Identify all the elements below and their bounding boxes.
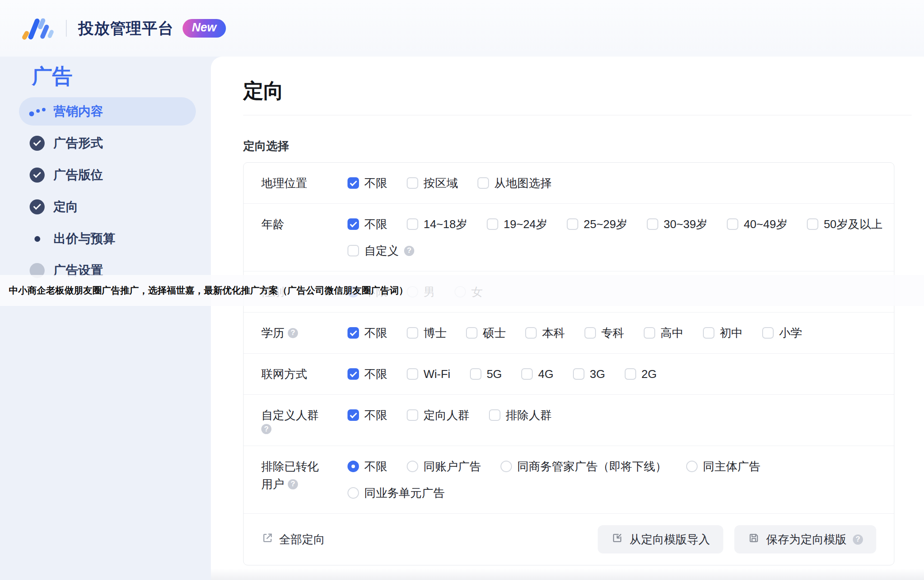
radio-option[interactable]: 同商务管家广告（即将下线） <box>500 458 667 475</box>
checkbox-option[interactable]: 5G <box>470 365 502 383</box>
save-button-label: 保存为定向模版 <box>766 532 847 547</box>
radio-option[interactable]: 同业务单元广告 <box>347 484 445 502</box>
sidebar-item-ad-placement[interactable]: 广告版位 <box>19 161 196 189</box>
checkbox-option[interactable]: 4G <box>521 365 554 383</box>
checkbox[interactable] <box>647 218 658 230</box>
checkbox[interactable] <box>762 327 774 339</box>
help-icon[interactable]: ? <box>288 479 298 489</box>
save-template-button[interactable]: 保存为定向模版 ? <box>734 525 876 553</box>
checkbox-option[interactable]: 小学 <box>762 324 802 342</box>
option-label: 从地图选择 <box>494 176 552 191</box>
option-label: 30~39岁 <box>664 217 707 232</box>
checkbox[interactable] <box>470 368 481 380</box>
checkbox-option[interactable]: 14~18岁 <box>407 215 467 233</box>
checkbox-option[interactable]: 博士 <box>407 324 447 342</box>
help-icon[interactable]: ? <box>288 328 298 338</box>
checkbox[interactable] <box>407 327 418 339</box>
radio[interactable] <box>347 487 359 499</box>
help-icon[interactable]: ? <box>404 246 414 256</box>
checkbox-option[interactable]: 不限 <box>347 174 387 192</box>
checkbox-option[interactable]: 2G <box>625 365 657 383</box>
checkbox-option[interactable]: 40~49岁 <box>727 215 787 233</box>
row-age: 年龄不限14~18岁19~24岁25~29岁30~39岁40~49岁50岁及以上… <box>244 204 894 271</box>
checkbox-option[interactable]: 从地图选择 <box>477 174 552 192</box>
sidebar-item-bid-budget[interactable]: 出价与预算 <box>19 225 196 253</box>
checkbox-option[interactable]: 3G <box>573 365 605 383</box>
option-label: 专科 <box>601 325 624 341</box>
checkbox-option[interactable]: 不限 <box>347 406 387 424</box>
radio-option[interactable]: 不限 <box>347 458 387 475</box>
checkbox[interactable] <box>407 177 418 189</box>
app-header: 投放管理平台 New <box>0 0 924 57</box>
checkbox[interactable] <box>407 368 418 380</box>
checkbox-option[interactable]: 19~24岁 <box>487 215 547 233</box>
checkbox-option[interactable]: 自定义? <box>347 242 414 259</box>
checkbox-checked[interactable] <box>347 327 359 339</box>
help-icon[interactable]: ? <box>261 424 271 434</box>
checkbox[interactable] <box>477 177 489 189</box>
checkbox[interactable] <box>807 218 818 230</box>
row-label: 学历? <box>261 324 347 342</box>
all-targeting-link[interactable]: 全部定向 <box>261 532 325 547</box>
checkbox-option[interactable]: 初中 <box>703 324 743 342</box>
radio[interactable] <box>407 461 418 472</box>
check-circle-icon <box>30 136 45 151</box>
checkbox-option[interactable]: 硕士 <box>466 324 506 342</box>
checkbox[interactable] <box>347 245 359 256</box>
checkbox-checked[interactable] <box>347 218 359 230</box>
checkbox[interactable] <box>489 409 500 421</box>
checkbox[interactable] <box>407 218 418 230</box>
main-content: 定向 定向选择 地理位置不限按区域从地图选择年龄不限14~18岁19~24岁25… <box>211 57 924 580</box>
checkbox-option[interactable]: 本科 <box>525 324 565 342</box>
sidebar-item-targeting[interactable]: 定向 <box>19 193 196 221</box>
checkbox-option[interactable]: 不限 <box>347 324 387 342</box>
checkbox[interactable] <box>703 327 714 339</box>
checkbox-option[interactable]: 排除人群 <box>489 406 552 424</box>
checkbox-option[interactable]: 25~29岁 <box>567 215 627 233</box>
checkbox-option[interactable]: 50岁及以上 <box>807 215 882 233</box>
option-label: 19~24岁 <box>504 217 547 232</box>
checkbox[interactable] <box>727 218 738 230</box>
radio-option[interactable]: 同账户广告 <box>407 458 481 475</box>
option-label: 40~49岁 <box>744 217 787 232</box>
checkbox-option[interactable]: 30~39岁 <box>647 215 707 233</box>
checkbox[interactable] <box>487 218 498 230</box>
row-label-text: 学历 <box>261 324 284 342</box>
sidebar-item-marketing-content[interactable]: 营销内容 <box>19 97 196 126</box>
checkbox-option[interactable]: Wi-Fi <box>407 365 451 383</box>
checkbox-option[interactable]: 不限 <box>347 215 387 233</box>
checkbox-option[interactable]: 按区域 <box>407 174 458 192</box>
radio-option[interactable]: 同主体广告 <box>686 458 760 475</box>
checkbox[interactable] <box>407 409 418 421</box>
sidebar-item-label: 定向 <box>53 198 78 215</box>
radio[interactable] <box>686 461 698 472</box>
targeting-card: 地理位置不限按区域从地图选择年龄不限14~18岁19~24岁25~29岁30~3… <box>243 162 894 565</box>
help-icon[interactable]: ? <box>853 534 863 545</box>
checkbox[interactable] <box>521 368 533 380</box>
header-divider <box>66 20 67 37</box>
checkbox-checked[interactable] <box>347 409 359 421</box>
sidebar-heading: 广告 <box>0 57 211 88</box>
sidebar-item-ad-format[interactable]: 广告形式 <box>19 129 196 157</box>
checkbox-option[interactable]: 高中 <box>644 324 683 342</box>
checkbox[interactable] <box>466 327 477 339</box>
checkbox-checked[interactable] <box>347 177 359 189</box>
checkbox[interactable] <box>584 327 596 339</box>
checkbox[interactable] <box>525 327 537 339</box>
checkbox[interactable] <box>573 368 584 380</box>
checkbox-checked[interactable] <box>347 368 359 380</box>
checkbox-option[interactable]: 定向人群 <box>407 406 470 424</box>
option-label: 不限 <box>364 217 387 232</box>
checkbox-option[interactable]: 专科 <box>584 324 624 342</box>
import-template-button[interactable]: 从定向模版导入 <box>598 525 723 553</box>
radio[interactable] <box>500 461 512 472</box>
checkbox[interactable] <box>567 218 578 230</box>
checkbox-option[interactable]: 不限 <box>347 365 387 383</box>
option-label: 按区域 <box>424 176 458 191</box>
radio-checked[interactable] <box>347 461 359 472</box>
row-label-text: 联网方式 <box>261 365 307 383</box>
checkbox[interactable] <box>625 368 636 380</box>
option-label: 博士 <box>424 325 447 341</box>
checkbox[interactable] <box>644 327 655 339</box>
card-footer: 全部定向 从定向模版导入 <box>244 514 894 565</box>
